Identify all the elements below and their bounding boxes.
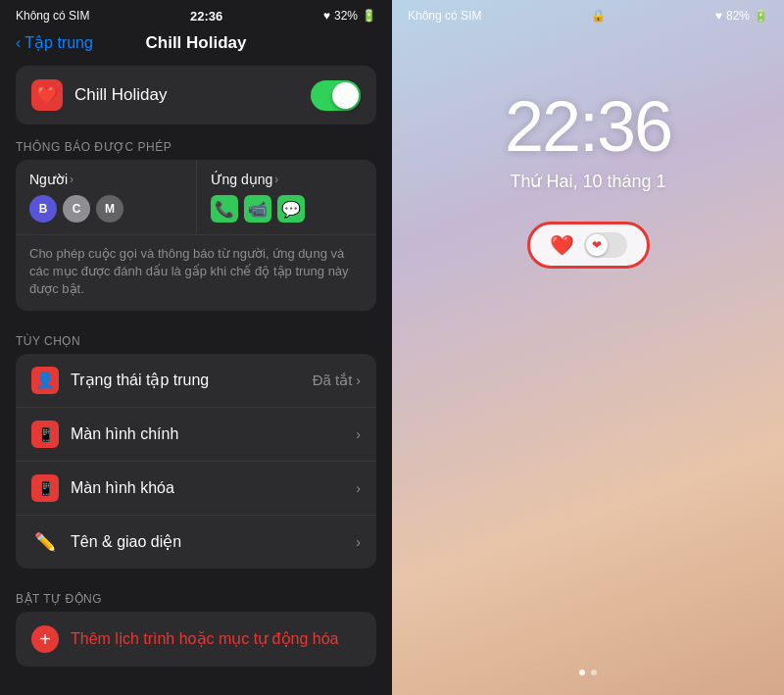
focus-status-label: Trạng thái tập trung xyxy=(71,371,209,389)
main-toggle-row: ❤️ Chill Holiday xyxy=(16,66,376,124)
phone-app-icon: 📞 xyxy=(211,195,238,223)
toggle-label: Chill Holiday xyxy=(74,85,167,105)
apps-title: Ứng dụng › xyxy=(211,172,364,187)
auto-card: + Thêm lịch trình hoặc mục tự động hóa xyxy=(16,612,376,667)
battery-percent-right: 82% xyxy=(726,9,750,23)
options-card: 👤 Trạng thái tập trung Đã tắt › 📱 Màn hì… xyxy=(16,354,376,569)
focus-status-value: Đã tắt xyxy=(313,372,353,389)
widget-heart-icon: ❤️ xyxy=(550,233,574,257)
avatar-b: B xyxy=(29,195,57,223)
lock-screen-content: 22:36 Thứ Hai, 10 tháng 1 ❤️ ❤ xyxy=(392,27,784,269)
permissions-row: Người › B C M Ứng dụng › 📞 📹 💬 xyxy=(16,160,376,234)
lock-screen-icon: 📱 xyxy=(31,474,59,502)
nav-bar: ‹ Tập trung Chill Holiday xyxy=(0,27,392,58)
widget-toggle-thumb: ❤ xyxy=(586,234,608,256)
auto-add-row[interactable]: + Thêm lịch trình hoặc mục tự động hóa xyxy=(16,612,376,667)
avatar-c: C xyxy=(63,195,90,223)
page-title: Chill Holiday xyxy=(146,33,247,53)
notifications-section-label: THÔNG BÁO ĐƯỢC PHÉP xyxy=(0,132,392,160)
lock-screen-label: Màn hình khóa xyxy=(71,479,174,497)
left-panel: Không có SIM 22:36 ♥ 32% 🔋 ‹ Tập trung C… xyxy=(0,0,392,695)
time-left: 22:36 xyxy=(190,9,222,24)
apps-permission[interactable]: Ứng dụng › 📞 📹 💬 xyxy=(197,160,377,234)
people-permission[interactable]: Người › B C M xyxy=(16,160,197,234)
status-bar-left: Không có SIM 22:36 ♥ 32% 🔋 xyxy=(0,0,392,27)
name-appearance-label: Tên & giao diện xyxy=(71,532,181,551)
chevron-left-icon: ‹ xyxy=(16,34,21,52)
options-section-label: TÙY CHỌN xyxy=(0,326,392,354)
focus-status-chevron-icon: › xyxy=(356,372,361,388)
option-right-lock: › xyxy=(356,480,361,496)
dot-1 xyxy=(579,670,585,675)
lock-icon: 🔒 xyxy=(591,9,606,23)
toggle-row-left: ❤️ Chill Holiday xyxy=(31,79,167,111)
home-screen-chevron-icon: › xyxy=(356,426,361,442)
permissions-card: Người › B C M Ứng dụng › 📞 📹 💬 xyxy=(16,160,376,311)
avatar-m: M xyxy=(96,195,123,223)
heart-status-right-icon: ♥ xyxy=(715,9,722,23)
option-left-home: 📱 Màn hình chính xyxy=(31,421,178,448)
option-name-appearance[interactable]: ✏️ Tên & giao diện › xyxy=(16,516,376,569)
lock-date: Thứ Hai, 10 tháng 1 xyxy=(510,171,665,192)
option-lock-screen[interactable]: 📱 Màn hình khóa › xyxy=(16,462,376,516)
people-chevron-icon: › xyxy=(70,173,74,186)
status-icons-right: ♥ 82% 🔋 xyxy=(715,9,768,23)
back-label: Tập trung xyxy=(24,33,93,52)
option-home-screen[interactable]: 📱 Màn hình chính › xyxy=(16,408,376,462)
plus-icon: + xyxy=(31,625,59,653)
focus-status-icon: 👤 xyxy=(31,367,59,394)
avatars-row: B C M xyxy=(29,195,182,223)
widget-toggle-track: ❤ xyxy=(584,232,627,258)
battery-percent-left: 32% xyxy=(334,9,358,23)
option-right-home: › xyxy=(356,426,361,442)
option-left-focus: 👤 Trạng thái tập trung xyxy=(31,367,209,394)
option-focus-status[interactable]: 👤 Trạng thái tập trung Đã tắt › xyxy=(16,354,376,408)
chill-holiday-icon: ❤️ xyxy=(31,79,63,111)
dot-2 xyxy=(591,670,597,675)
name-appearance-chevron-icon: › xyxy=(356,534,361,550)
permissions-description: Cho phép cuộc gọi và thông báo từ người,… xyxy=(16,234,376,311)
carrier-left: Không có SIM xyxy=(16,9,89,23)
page-dots xyxy=(579,670,597,675)
name-appearance-icon: ✏️ xyxy=(31,528,59,556)
options-section: TÙY CHỌN 👤 Trạng thái tập trung Đã tắt ›… xyxy=(0,326,392,569)
auto-section: BẬT TỰ ĐỘNG + Thêm lịch trình hoặc mục t… xyxy=(0,584,392,667)
carrier-right: Không có SIM xyxy=(408,9,481,23)
people-label: Người xyxy=(29,172,68,187)
auto-section-label: BẬT TỰ ĐỘNG xyxy=(0,584,392,612)
right-panel: Không có SIM 🔒 ♥ 82% 🔋 22:36 Thứ Hai, 10… xyxy=(392,0,784,695)
home-screen-label: Màn hình chính xyxy=(71,425,178,443)
people-title: Người › xyxy=(29,172,182,187)
battery-icon-right: 🔋 xyxy=(754,9,768,23)
heart-status-icon: ♥ xyxy=(323,9,330,23)
back-button[interactable]: ‹ Tập trung xyxy=(16,33,93,52)
option-left-name: ✏️ Tên & giao diện xyxy=(31,528,181,556)
app-icons-row: 📞 📹 💬 xyxy=(211,195,364,223)
apps-chevron-icon: › xyxy=(274,173,278,186)
option-right-name: › xyxy=(356,534,361,550)
status-bar-right: Không có SIM 🔒 ♥ 82% 🔋 xyxy=(392,0,784,27)
focus-toggle-widget[interactable]: ❤️ ❤ xyxy=(527,222,650,269)
facetime-app-icon: 📹 xyxy=(244,195,271,223)
main-toggle-switch[interactable] xyxy=(311,80,361,111)
lock-time: 22:36 xyxy=(505,86,671,167)
auto-add-label: Thêm lịch trình hoặc mục tự động hóa xyxy=(71,629,338,648)
widget-thumb-heart-icon: ❤ xyxy=(592,238,602,252)
home-screen-icon: 📱 xyxy=(31,421,59,448)
battery-icon-left: 🔋 xyxy=(362,9,376,23)
apps-label: Ứng dụng xyxy=(211,172,273,187)
messages-app-icon: 💬 xyxy=(277,195,305,223)
option-left-lock: 📱 Màn hình khóa xyxy=(31,474,174,502)
option-right-focus: Đã tắt › xyxy=(313,372,361,389)
status-icons-left: ♥ 32% 🔋 xyxy=(323,9,376,23)
lock-screen-chevron-icon: › xyxy=(356,480,361,496)
